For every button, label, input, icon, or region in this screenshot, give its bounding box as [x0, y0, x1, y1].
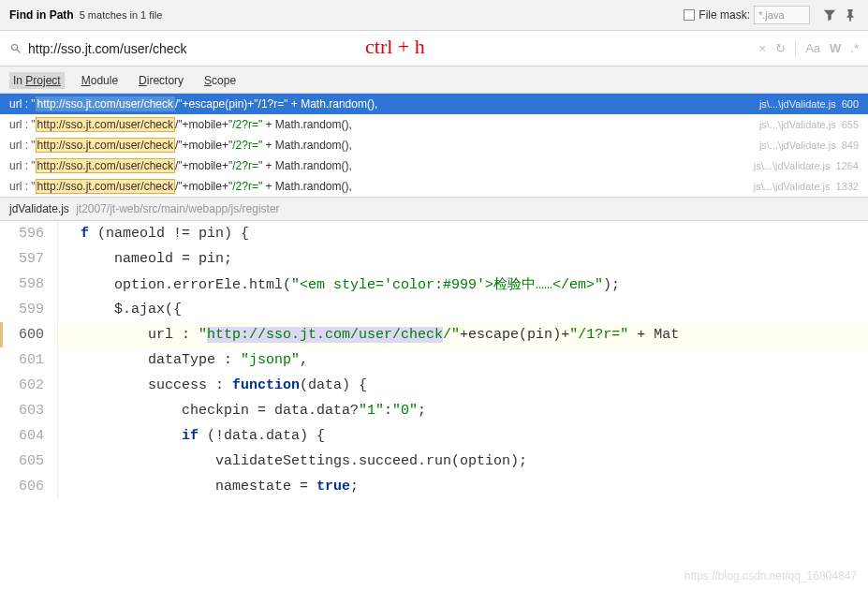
search-icon [9, 42, 22, 55]
code-line: namestate = true; [58, 479, 868, 494]
code-preview[interactable]: 596f (nameold != pin) { 597 nameold = pi… [0, 221, 868, 499]
filemask-label: File mask: [699, 8, 750, 22]
search-row: ctrl + h × ↻ Aa W .* [0, 31, 868, 66]
code-line: if (!data.data) { [58, 428, 868, 444]
filemask-input[interactable] [754, 6, 810, 24]
line-number: 599 [0, 297, 58, 322]
tab-scope[interactable]: Scope [200, 72, 240, 89]
code-line: f (nameold != pin) { [58, 226, 868, 242]
pin-icon[interactable] [842, 7, 859, 23]
result-row[interactable]: url : "http://sso.jt.com/user/check/"+mo… [0, 176, 868, 197]
preview-filename: jdValidate.js [9, 202, 69, 215]
preview-header: jdValidate.js jt2007/jt-web/src/main/web… [0, 197, 868, 221]
search-input[interactable] [28, 41, 759, 56]
result-row[interactable]: url : "http://sso.jt.com/user/check/"+mo… [0, 135, 868, 155]
code-line: $.ajax({ [58, 302, 868, 317]
line-number: 603 [0, 398, 58, 423]
code-line: option.errorEle.html("<em style='color:#… [58, 275, 868, 293]
line-number: 597 [0, 246, 58, 272]
line-number: 598 [0, 272, 58, 297]
history-icon[interactable]: ↻ [775, 41, 786, 55]
code-line: nameold = pin; [58, 251, 868, 267]
results-list: url : "http://sso.jt.com/user/check/"+es… [0, 94, 868, 197]
watermark: https://blog.csdn.net/qq_16804847 [684, 569, 857, 583]
line-number: 604 [0, 423, 58, 449]
code-line: success : function(data) { [58, 377, 868, 393]
code-line: dataType : "jsonp", [58, 352, 868, 368]
preview-path: jt2007/jt-web/src/main/webapp/js/registe… [76, 202, 279, 215]
line-number: 601 [0, 347, 58, 373]
code-line: checkpin = data.data?"1":"0"; [58, 403, 868, 419]
clear-icon[interactable]: × [759, 41, 767, 55]
line-number: 602 [0, 373, 58, 398]
svg-point-0 [12, 44, 18, 50]
match-count: 5 matches in 1 file [80, 9, 163, 21]
dialog-title: Find in Path [9, 8, 74, 22]
regex-toggle[interactable]: .* [850, 41, 859, 55]
scope-tabs: In Project Module Directory Scope [0, 66, 868, 94]
word-toggle[interactable]: W [830, 41, 841, 55]
line-number: 606 [0, 474, 58, 499]
search-actions: × ↻ Aa W .* [759, 41, 859, 56]
line-number: 605 [0, 449, 58, 474]
case-toggle[interactable]: Aa [805, 41, 820, 55]
line-number: 596 [0, 221, 58, 246]
dialog-header: Find in Path 5 matches in 1 file File ma… [0, 0, 868, 31]
tab-project[interactable]: In Project [9, 72, 65, 89]
result-row[interactable]: url : "http://sso.jt.com/user/check/"+mo… [0, 155, 868, 176]
filter-icon[interactable] [821, 7, 838, 23]
filemask-checkbox[interactable] [684, 9, 695, 21]
code-line: url : "http://sso.jt.com/user/check/"+es… [58, 327, 868, 343]
svg-line-1 [17, 49, 21, 52]
tab-directory[interactable]: Directory [135, 72, 187, 89]
code-line: validateSettings.succeed.run(option); [58, 453, 868, 469]
tab-module[interactable]: Module [78, 72, 122, 89]
result-row[interactable]: url : "http://sso.jt.com/user/check/"+es… [0, 94, 868, 114]
result-row[interactable]: url : "http://sso.jt.com/user/check/"+mo… [0, 114, 868, 135]
line-number: 600 [0, 322, 58, 347]
